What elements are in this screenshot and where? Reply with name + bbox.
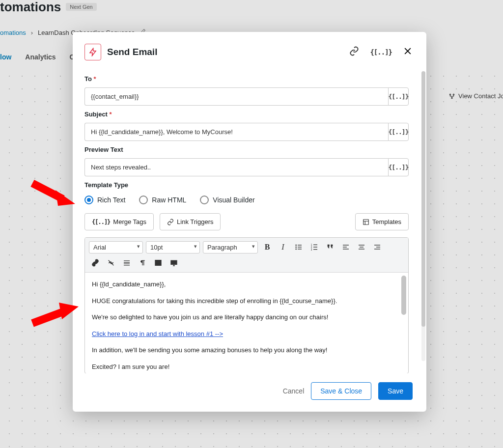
svg-rect-19 [343, 247, 347, 247]
align-center-icon[interactable] [355, 241, 368, 253]
radio-label: Rich Text [97, 196, 125, 204]
template-type-raw-html[interactable]: Raw HTML [139, 196, 186, 204]
view-contact-journey-label: View Contact Jou [458, 92, 503, 100]
font-size-select[interactable]: 10pt [146, 241, 200, 253]
svg-marker-4 [59, 303, 79, 319]
to-label: To * [84, 75, 409, 83]
svg-rect-20 [343, 249, 349, 249]
svg-point-8 [295, 247, 297, 248]
templates-button[interactable]: Templates [355, 213, 409, 230]
svg-point-6 [295, 245, 297, 246]
button-label: Link Triggers [177, 218, 213, 225]
svg-rect-18 [343, 245, 349, 245]
view-contact-journey-button[interactable]: View Contact Jou [448, 92, 503, 100]
svg-rect-31 [171, 260, 177, 264]
send-email-modal: Send Email {[..]} To * {[..]} Subject * … [73, 32, 426, 412]
svg-rect-28 [124, 262, 130, 263]
radio-label: Visual Builder [213, 196, 254, 204]
radio-icon [84, 196, 93, 204]
cancel-button[interactable]: Cancel [283, 387, 305, 395]
annotation-arrow-1 [28, 179, 78, 209]
insert-link-icon[interactable] [89, 256, 102, 269]
to-merge-tags-button[interactable]: {[..]} [388, 87, 409, 106]
editor-line: We're so delighted to have you join us a… [92, 312, 401, 322]
radio-label: Raw HTML [152, 196, 186, 204]
editor-scrollbar-thumb[interactable] [401, 276, 406, 315]
rich-text-editor: Arial 10pt Paragraph B I 123 [84, 237, 409, 373]
chevron-right-icon: › [31, 29, 33, 36]
breadcrumb-link[interactable]: omations [0, 29, 26, 36]
unlink-icon[interactable] [105, 256, 117, 269]
merge-tags-icon[interactable]: {[..]} [370, 48, 392, 56]
button-label: Merge Tags [113, 218, 146, 225]
editor-line: HUGE congratulations for taking this inc… [92, 296, 401, 306]
svg-rect-21 [359, 245, 364, 245]
align-left-icon[interactable] [339, 241, 352, 253]
modal-scrollbar-thumb[interactable] [421, 71, 425, 327]
template-type-visual-builder[interactable]: Visual Builder [200, 196, 254, 204]
paragraph-icon[interactable] [136, 256, 149, 269]
italic-icon[interactable]: I [277, 241, 289, 253]
svg-rect-11 [298, 249, 302, 249]
svg-point-1 [453, 94, 454, 95]
horizontal-rule-icon[interactable] [120, 256, 133, 269]
radio-icon [200, 196, 209, 204]
svg-text:3: 3 [311, 249, 312, 251]
svg-rect-24 [374, 245, 380, 245]
nextgen-badge: Next Gen [66, 3, 96, 11]
blockquote-icon[interactable] [324, 241, 336, 253]
numbered-list-icon[interactable]: 123 [308, 241, 321, 253]
link-icon[interactable] [349, 46, 359, 58]
svg-rect-26 [374, 249, 380, 249]
table-icon[interactable] [152, 256, 165, 269]
preview-merge-tags-button[interactable]: {[..]} [388, 158, 409, 176]
save-and-close-button[interactable]: Save & Close [311, 382, 371, 400]
svg-rect-13 [313, 245, 317, 245]
font-family-select[interactable]: Arial [89, 241, 143, 253]
bolt-icon [84, 44, 101, 60]
close-icon[interactable] [403, 46, 413, 58]
svg-rect-5 [363, 219, 369, 224]
svg-rect-7 [298, 245, 302, 245]
annotation-arrow-2 [28, 299, 83, 328]
svg-rect-17 [313, 249, 317, 250]
svg-rect-30 [155, 260, 161, 266]
editor-line: Excited? I am sure you are! [92, 362, 401, 372]
to-field[interactable] [84, 87, 388, 106]
svg-rect-23 [359, 249, 364, 249]
svg-rect-22 [360, 247, 363, 247]
preview-field[interactable] [84, 158, 388, 176]
editor-body[interactable]: Hi {{ld_candidate_name}}, HUGE congratul… [85, 273, 408, 373]
svg-point-2 [451, 97, 452, 98]
svg-rect-9 [298, 247, 302, 247]
svg-rect-25 [376, 247, 380, 247]
editor-line: Hi {{ld_candidate_name}}, [92, 280, 401, 289]
subject-field[interactable] [84, 123, 388, 141]
fullscreen-icon[interactable] [168, 256, 180, 269]
editor-link[interactable]: Click here to log in and start with less… [92, 330, 223, 337]
link-triggers-button[interactable]: Link Triggers [160, 213, 221, 230]
editor-toolbar: Arial 10pt Paragraph B I 123 [85, 238, 408, 273]
bold-icon[interactable]: B [261, 241, 274, 253]
modal-title: Send Email [107, 47, 343, 57]
button-label: Templates [372, 218, 401, 225]
bullet-list-icon[interactable] [292, 241, 305, 253]
page-title: tomations [0, 0, 61, 15]
merge-tags-button[interactable]: {[..]} Merge Tags [84, 213, 154, 230]
editor-line: In addition, we'll be sending you some a… [92, 345, 401, 355]
align-right-icon[interactable] [371, 241, 384, 253]
block-format-select[interactable]: Paragraph [203, 241, 258, 253]
template-type-label: Template Type [84, 181, 409, 189]
svg-rect-29 [124, 265, 130, 265]
svg-rect-27 [124, 260, 130, 261]
subject-label: Subject * [84, 111, 409, 118]
svg-rect-15 [313, 247, 317, 247]
template-type-rich-text[interactable]: Rich Text [84, 196, 125, 204]
subject-merge-tags-button[interactable]: {[..]} [388, 123, 409, 141]
save-button[interactable]: Save [378, 382, 413, 400]
radio-icon [139, 196, 148, 204]
preview-label: Preview Text [84, 146, 409, 153]
svg-point-0 [449, 94, 450, 95]
svg-marker-3 [56, 190, 75, 206]
svg-point-10 [295, 249, 297, 250]
